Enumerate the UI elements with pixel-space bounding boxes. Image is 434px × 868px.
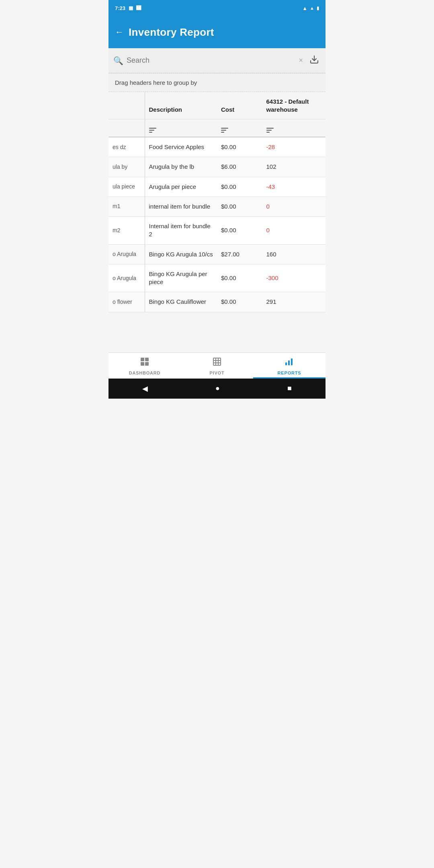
cell-description: Arugula per piece <box>145 177 217 197</box>
cell-partial-name: es dz <box>108 137 145 157</box>
cell-warehouse-qty: -28 <box>262 137 326 157</box>
cell-warehouse-qty: 0 <box>262 197 326 216</box>
nav-dashboard[interactable]: DASHBOARD <box>108 353 181 379</box>
warehouse-filter-icon[interactable] <box>266 128 274 133</box>
cell-description: Internal item for bundle 2 <box>145 217 217 245</box>
cell-warehouse-qty: 0 <box>262 217 326 245</box>
filter-row <box>108 119 326 137</box>
bottom-nav: DASHBOARD PIVOT REPORTS <box>108 352 326 379</box>
sim-icon: ▦ <box>129 5 133 11</box>
cell-partial-name: o Arugula <box>108 264 145 292</box>
col-header-warehouse: 64312 - Default warehouse <box>262 92 326 119</box>
dashboard-icon <box>140 357 149 369</box>
cell-description: Bingo KG Arugula 10/cs <box>145 244 217 264</box>
filter-col-cost[interactable] <box>217 119 262 137</box>
table-row: ula byArugula by the lb$6.00102 <box>108 157 326 177</box>
back-button[interactable]: ← <box>115 27 124 37</box>
cell-partial-name: m1 <box>108 197 145 216</box>
svg-rect-4 <box>145 362 149 366</box>
col-header-cost: Cost <box>217 92 262 119</box>
filter-col-description[interactable] <box>145 119 217 137</box>
nav-pivot[interactable]: PIVOT <box>181 353 253 379</box>
description-filter-icon[interactable] <box>149 128 156 133</box>
table-row: m1internal item for bundle$0.000 <box>108 197 326 216</box>
cell-warehouse-qty: 291 <box>262 292 326 312</box>
cell-cost: $0.00 <box>217 197 262 216</box>
nav-reports[interactable]: REPORTS <box>253 353 326 379</box>
page-title: Inventory Report <box>129 26 214 39</box>
app-bar: ← Inventory Report <box>108 16 326 48</box>
filter-col-name <box>108 119 145 137</box>
svg-rect-12 <box>291 358 293 365</box>
inventory-table-wrapper: Description Cost 64312 - Default warehou… <box>108 92 326 312</box>
svg-rect-11 <box>288 360 290 365</box>
cell-cost: $0.00 <box>217 217 262 245</box>
pivot-icon <box>212 357 222 369</box>
inventory-table: Description Cost 64312 - Default warehou… <box>108 92 326 312</box>
reports-icon <box>285 357 294 369</box>
parental-icon: 🅿 <box>136 5 141 11</box>
search-bar: 🔍 × <box>108 48 326 73</box>
cell-cost: $27.00 <box>217 244 262 264</box>
svg-rect-2 <box>145 358 149 361</box>
svg-rect-3 <box>141 362 144 366</box>
group-by-text: Drag headers here to group by <box>115 79 197 86</box>
dashboard-label: DASHBOARD <box>129 371 161 375</box>
cost-filter-icon[interactable] <box>221 128 228 133</box>
table-row: m2Internal item for bundle 2$0.000 <box>108 217 326 245</box>
system-back-button[interactable]: ◀ <box>142 384 148 393</box>
status-time: 7:23 <box>115 5 125 11</box>
filter-col-warehouse[interactable] <box>262 119 326 137</box>
status-left: 7:23 ▦ 🅿 <box>115 5 141 11</box>
active-nav-indicator <box>253 377 326 379</box>
system-recent-button[interactable]: ■ <box>287 384 292 393</box>
svg-rect-1 <box>141 358 144 361</box>
cell-partial-name: m2 <box>108 217 145 245</box>
cell-description: Bingo KG Cauliflower <box>145 292 217 312</box>
cell-description: Food Service Apples <box>145 137 217 157</box>
cell-cost: $0.00 <box>217 264 262 292</box>
cell-partial-name: ula by <box>108 157 145 177</box>
system-home-button[interactable]: ● <box>215 384 220 393</box>
search-clear-button[interactable]: × <box>297 56 305 65</box>
cell-warehouse-qty: 102 <box>262 157 326 177</box>
cell-cost: $0.00 <box>217 177 262 197</box>
svg-rect-10 <box>285 362 287 365</box>
cell-cost: $0.00 <box>217 137 262 157</box>
reports-label: REPORTS <box>278 371 301 375</box>
battery-icon: ▮ <box>317 6 319 11</box>
cell-warehouse-qty: -300 <box>262 264 326 292</box>
table-row: o ArugulaBingo KG Arugula per piece$0.00… <box>108 264 326 292</box>
wifi-icon: ▲ <box>302 5 307 11</box>
cell-partial-name: ula piece <box>108 177 145 197</box>
table-header-row: Description Cost 64312 - Default warehou… <box>108 92 326 119</box>
cell-cost: $0.00 <box>217 292 262 312</box>
cell-warehouse-qty: -43 <box>262 177 326 197</box>
system-nav: ◀ ● ■ <box>108 379 326 399</box>
table-row: o ArugulaBingo KG Arugula 10/cs$27.00160 <box>108 244 326 264</box>
search-input[interactable] <box>127 56 294 65</box>
cell-description: internal item for bundle <box>145 197 217 216</box>
cell-description: Arugula by the lb <box>145 157 217 177</box>
cell-cost: $6.00 <box>217 157 262 177</box>
cell-warehouse-qty: 160 <box>262 244 326 264</box>
download-button[interactable] <box>308 55 321 66</box>
status-right: ▲ ▲ ▮ <box>302 5 319 11</box>
cell-partial-name: o flower <box>108 292 145 312</box>
signal-icon: ▲ <box>310 6 314 10</box>
status-bar: 7:23 ▦ 🅿 ▲ ▲ ▮ <box>108 0 326 16</box>
table-row: ula pieceArugula per piece$0.00-43 <box>108 177 326 197</box>
col-header-description: Description <box>145 92 217 119</box>
pivot-label: PIVOT <box>209 371 224 375</box>
search-icon: 🔍 <box>113 56 123 66</box>
cell-partial-name: o Arugula <box>108 244 145 264</box>
cell-description: Bingo KG Arugula per piece <box>145 264 217 292</box>
table-body: es dzFood Service Apples$0.00-28ula byAr… <box>108 137 326 312</box>
svg-rect-5 <box>213 358 221 365</box>
group-by-bar: Drag headers here to group by <box>108 73 326 92</box>
table-row: o flowerBingo KG Cauliflower$0.00291 <box>108 292 326 312</box>
col-header-name <box>108 92 145 119</box>
table-row: es dzFood Service Apples$0.00-28 <box>108 137 326 157</box>
